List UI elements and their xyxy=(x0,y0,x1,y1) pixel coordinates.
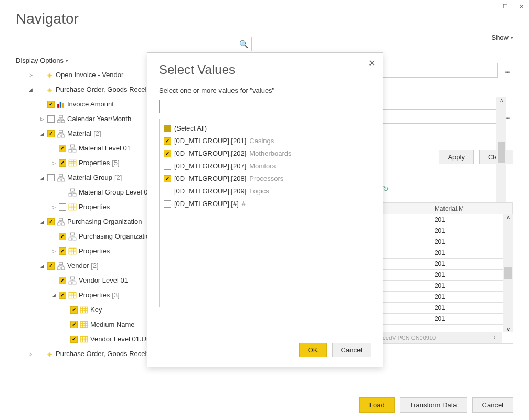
scroll-down-icon[interactable]: ∨ xyxy=(506,326,510,332)
checkbox[interactable] xyxy=(59,189,66,196)
search-input[interactable] xyxy=(19,40,239,48)
display-options-label: Display Options xyxy=(16,57,64,64)
checkbox[interactable]: ✓ xyxy=(59,292,66,299)
refresh-icon[interactable]: ↻ xyxy=(383,185,389,193)
load-button[interactable]: Load xyxy=(359,397,395,413)
select-all-item[interactable]: (Select All) xyxy=(164,122,366,135)
node-label: Properties xyxy=(79,156,110,170)
node-label: Material Group xyxy=(67,170,112,185)
checkbox[interactable]: ✓ xyxy=(70,321,78,328)
checkbox[interactable] xyxy=(164,175,171,182)
scroll-up-icon[interactable]: ∧ xyxy=(500,97,503,103)
svg-rect-45 xyxy=(69,292,76,298)
cell: 201 xyxy=(430,214,512,225)
search-input-wrapper[interactable]: 🔍 xyxy=(16,37,252,51)
checkbox[interactable]: ✓ xyxy=(70,306,78,314)
cell: 201 xyxy=(430,247,512,259)
scroll-right-icon[interactable]: 〉 xyxy=(493,333,499,342)
expander-icon[interactable]: ▷ xyxy=(50,156,57,170)
expander-icon[interactable]: ◢ xyxy=(39,170,45,185)
values-list: (Select All) [0D_MTLGROUP].[201] Casings… xyxy=(159,119,371,307)
show-dropdown[interactable]: Show ▾ xyxy=(491,34,513,41)
column-header[interactable]: Material.M xyxy=(430,203,512,214)
checkbox[interactable]: ✓ xyxy=(59,159,66,167)
svg-rect-43 xyxy=(69,282,72,284)
cell: 201 xyxy=(430,225,512,236)
checkbox[interactable] xyxy=(164,163,171,170)
table-icon xyxy=(68,159,77,167)
node-label: Properties xyxy=(79,244,110,259)
cube-icon: ◈ xyxy=(45,71,54,79)
value-item[interactable]: [0D_MTLGROUP].[202] Motherboards xyxy=(164,147,366,160)
cube-icon: ◈ xyxy=(45,350,54,358)
value-label: Casings xyxy=(249,135,274,147)
close-window-button[interactable]: ✕ xyxy=(513,0,529,13)
svg-rect-55 xyxy=(80,321,88,327)
expander-icon[interactable]: ◢ xyxy=(39,259,45,273)
checkbox[interactable] xyxy=(164,200,171,208)
value-item[interactable]: [0D_MTLGROUP].[201] Casings xyxy=(164,135,366,147)
svg-rect-0 xyxy=(57,104,59,108)
expander-icon[interactable]: ◢ xyxy=(39,126,45,141)
checkbox[interactable] xyxy=(164,137,171,145)
checkbox[interactable] xyxy=(164,188,171,195)
scroll-up-icon[interactable]: ∧ xyxy=(506,214,510,220)
expander-icon[interactable]: ▷ xyxy=(27,347,34,361)
checkbox[interactable] xyxy=(59,203,66,211)
node-label: Purchasing Organizatio xyxy=(79,229,150,244)
cell: 201 xyxy=(430,270,512,281)
checkbox[interactable]: ✓ xyxy=(47,101,55,108)
checkbox[interactable]: ✓ xyxy=(59,277,66,284)
checkbox[interactable]: ✓ xyxy=(59,145,66,152)
search-icon: 🔍 xyxy=(239,40,248,48)
hierarchy-icon xyxy=(68,232,77,241)
checkbox[interactable]: ✓ xyxy=(59,247,66,255)
svg-rect-44 xyxy=(73,282,76,284)
checkbox[interactable]: ✓ xyxy=(47,218,55,225)
vertical-scrollbar[interactable]: ∧ ∨ xyxy=(503,214,513,332)
checkbox[interactable]: ✓ xyxy=(70,336,78,343)
expander-icon[interactable]: ◢ xyxy=(27,82,34,97)
checkbox[interactable]: ✓ xyxy=(59,233,66,240)
node-label: Purchase Order, Goods Recei xyxy=(56,82,146,97)
scroll-thumb[interactable] xyxy=(498,142,505,163)
value-item[interactable]: [0D_MTLGROUP].[#] # xyxy=(164,198,366,210)
dialog-filter-input[interactable] xyxy=(159,100,371,113)
checkbox[interactable]: ✓ xyxy=(47,262,55,270)
expander-icon[interactable]: ◢ xyxy=(39,214,45,229)
expander-icon[interactable]: ▷ xyxy=(27,68,34,82)
node-label: Purchasing Organization xyxy=(67,214,142,229)
svg-rect-5 xyxy=(61,120,65,123)
checkbox[interactable] xyxy=(164,150,171,157)
svg-rect-41 xyxy=(61,267,65,270)
ok-button[interactable]: OK xyxy=(299,343,327,357)
svg-rect-8 xyxy=(61,135,65,137)
expander-icon[interactable]: ▷ xyxy=(39,112,45,126)
svg-rect-21 xyxy=(69,193,72,196)
svg-rect-6 xyxy=(59,130,63,133)
scroll-thumb[interactable] xyxy=(504,267,512,279)
transform-data-button[interactable]: Transform Data xyxy=(400,397,467,413)
expander-icon[interactable]: ▷ xyxy=(50,200,57,214)
dialog-close-button[interactable]: ✕ xyxy=(368,58,375,68)
value-item[interactable]: [0D_MTLGROUP].[207] Monitors xyxy=(164,160,366,173)
ellipsis-button[interactable]: ... xyxy=(501,66,513,75)
scrollbar-right[interactable]: ∧ ∨ xyxy=(496,97,506,207)
hierarchy-icon xyxy=(68,276,77,285)
node-label: Material Group Level 0 xyxy=(79,185,148,200)
expander-icon[interactable]: ▷ xyxy=(50,244,57,259)
hierarchy-icon xyxy=(57,218,65,226)
svg-rect-60 xyxy=(80,336,88,342)
apply-button[interactable]: Apply xyxy=(439,150,474,164)
expander-icon[interactable]: ◢ xyxy=(50,288,57,303)
value-item[interactable]: [0D_MTLGROUP].[209] Logics xyxy=(164,185,366,198)
checkbox[interactable]: ✓ xyxy=(47,130,55,137)
checkbox[interactable] xyxy=(47,174,55,181)
dialog-cancel-button[interactable]: Cancel xyxy=(332,343,371,357)
checkbox[interactable] xyxy=(47,115,55,123)
value-item[interactable]: [0D_MTLGROUP].[208] Processors xyxy=(164,173,366,185)
select-all-checkbox[interactable] xyxy=(164,125,171,132)
svg-rect-33 xyxy=(73,238,76,240)
maximize-button[interactable]: ☐ xyxy=(498,0,513,13)
cancel-button[interactable]: Cancel xyxy=(472,397,513,413)
